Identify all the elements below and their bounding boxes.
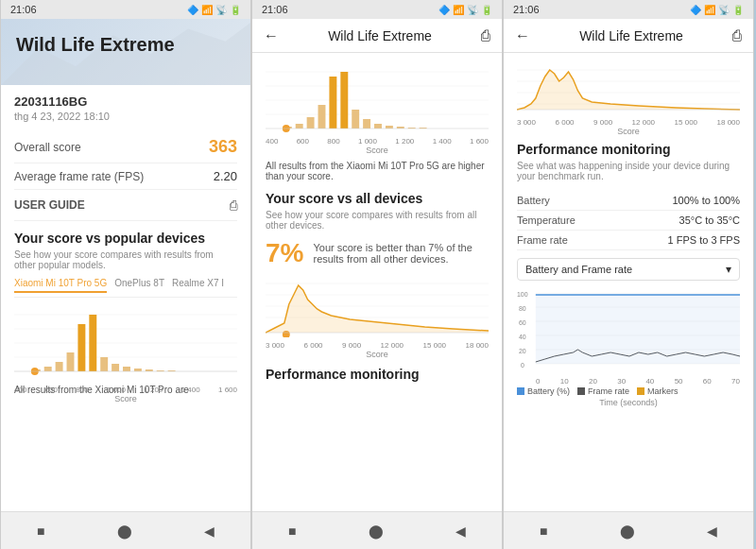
battery-frame-chart: 100 80 60 40 20 0 010203040506070 (517, 288, 740, 383)
framerate-label: Frame rate (517, 234, 568, 246)
svg-rect-12 (112, 364, 119, 371)
tab-xiaomi[interactable]: Xiaomi Mi 10T Pro 5G (14, 278, 107, 293)
panel2-bottom-chart: 3 0006 0009 00012 00015 00018 000 Score (266, 276, 489, 359)
section-subtitle-1: See how your score compares with results… (14, 249, 237, 270)
svg-text:20: 20 (519, 348, 526, 354)
svg-rect-10 (89, 315, 96, 371)
nav-square-2[interactable]: ■ (288, 523, 296, 539)
panel3-main-content: 3 0006 0009 00012 00015 00018 000 Score … (504, 53, 753, 511)
svg-rect-11 (100, 357, 108, 371)
back-button-3[interactable]: ← (515, 27, 530, 44)
perf-monitor-label: Performance monitoring (266, 367, 489, 382)
signal-icon: 📡 (215, 5, 227, 15)
bottom-nav-2: ■ ⬤ ◀ (252, 511, 502, 549)
percent-row: 7% Your score is better than 7% of the r… (266, 238, 489, 268)
svg-rect-27 (318, 105, 326, 129)
bat-icon-3: 🔋 (732, 5, 744, 15)
bottom-nav-3: ■ ⬤ ◀ (504, 511, 753, 549)
dropdown-label: Battery and Frame rate (525, 264, 632, 275)
overall-score-value: 363 (209, 137, 237, 157)
tabs-row-1: Xiaomi Mi 10T Pro 5G OnePlus 8T Realme X… (14, 278, 237, 298)
nav-circle-3[interactable]: ⬤ (620, 523, 635, 539)
nav-square-3[interactable]: ■ (540, 523, 547, 539)
dropdown-row[interactable]: Battery and Frame rate ▾ (517, 258, 740, 281)
svg-rect-15 (146, 369, 153, 371)
fps-row: Average frame rate (FPS) 2.20 (14, 163, 237, 190)
time-3: 21:06 (513, 4, 540, 15)
temperature-row: Temperature 35°C to 35°C (517, 211, 740, 231)
framerate-value: 1 FPS to 3 FPS (668, 234, 740, 246)
tab-realme[interactable]: Realme X7 I (172, 278, 224, 293)
status-bar-3: 21:06 🔷 📶 📡 🔋 (504, 0, 753, 19)
battery-value: 100% to 100% (672, 195, 740, 206)
svg-rect-34 (397, 127, 404, 129)
temperature-label: Temperature (517, 214, 576, 226)
status-icons-3: 🔷 📶 📡 🔋 (690, 5, 744, 15)
svg-text:40: 40 (519, 334, 526, 340)
chart-legend: Battery (%) Frame rate Markers (517, 386, 740, 396)
svg-text:60: 60 (519, 319, 526, 326)
svg-rect-13 (123, 367, 130, 371)
svg-rect-7 (56, 362, 63, 371)
perf-subtitle: See what was happening inside your devic… (517, 161, 740, 181)
share-button-3[interactable]: ⎙ (732, 27, 742, 44)
nav-triangle-1[interactable]: ◀ (204, 523, 215, 539)
temperature-value: 35°C to 35°C (679, 214, 740, 226)
status-bar-2: 21:06 🔷 📶 📡 🔋 (252, 0, 502, 19)
score-vs-subtitle: See how your score compares with results… (266, 210, 489, 231)
bat-icon-2: 🔋 (481, 5, 492, 15)
back-button-2[interactable]: ← (264, 27, 279, 44)
svg-marker-43 (266, 285, 489, 333)
status-icons-1: 🔷 📶 📡 🔋 (187, 5, 241, 15)
sig-icon-2: 📡 (467, 5, 478, 15)
top-bar-3: ← Wild Life Extreme ⎙ (504, 19, 753, 53)
svg-rect-14 (134, 369, 142, 371)
panel1-main-content: 22031116BG thg 4 23, 2022 18:10 Overall … (1, 85, 250, 511)
sig-icon-3: 📡 (718, 5, 730, 15)
svg-rect-25 (296, 124, 303, 129)
battery-icon: 🔋 (230, 5, 241, 15)
bt-icon-2: 🔷 (438, 5, 450, 15)
framerate-row: Frame rate 1 FPS to 3 FPS (517, 231, 740, 250)
legend-frame: Frame rate (577, 386, 629, 396)
svg-text:0: 0 (521, 362, 524, 369)
svg-rect-8 (67, 352, 75, 371)
svg-text:80: 80 (519, 305, 526, 312)
bluetooth-icon: 🔷 (187, 5, 198, 15)
nav-triangle-2[interactable]: ◀ (455, 523, 466, 539)
svg-rect-30 (352, 110, 359, 129)
overall-score-label: Overall score (14, 141, 81, 154)
top-bar-2: ← Wild Life Extreme ⎙ (252, 19, 502, 53)
nav-square-1[interactable]: ■ (37, 523, 44, 539)
bottom-nav-1: ■ ⬤ ◀ (1, 511, 250, 549)
x-axis-label: Time (seconds) (517, 398, 740, 407)
status-icons-2: 🔷 📶 📡 🔋 (438, 5, 492, 15)
share-button-2[interactable]: ⎙ (481, 27, 490, 44)
share-icon-guide[interactable]: ⎙ (230, 197, 237, 213)
nav-circle-2[interactable]: ⬤ (369, 523, 384, 539)
percent-label: 7% (266, 238, 303, 268)
tab-oneplus[interactable]: OnePlus 8T (114, 278, 164, 293)
record-date: thg 4 23, 2022 18:10 (14, 111, 237, 122)
title-3: Wild Life Extreme (579, 28, 683, 43)
svg-rect-32 (374, 124, 382, 129)
svg-rect-6 (44, 367, 52, 371)
user-guide-label: USER GUIDE (14, 198, 85, 212)
nav-circle-1[interactable]: ⬤ (117, 523, 132, 539)
panel2-top-chart: 4006008001 0001 2001 4001 600 Score (266, 62, 489, 155)
perf-title: Performance monitoring (517, 142, 740, 157)
battery-label: Battery (517, 195, 550, 206)
wifi-icon-2: 📶 (453, 5, 464, 15)
fps-value: 2.20 (214, 169, 237, 183)
nav-triangle-3[interactable]: ◀ (707, 523, 717, 539)
score-vs-title: Your score vs all devices (266, 191, 489, 206)
bt-icon-3: 🔷 (690, 5, 701, 15)
percent-desc: Your score is better than 7% of the resu… (313, 242, 489, 265)
panel1-chart: 4006008001 0001 2001 4001 600 Score (14, 305, 237, 381)
svg-rect-28 (329, 77, 336, 129)
legend-battery: Battery (%) (517, 386, 570, 396)
svg-rect-26 (307, 117, 315, 129)
svg-rect-31 (363, 119, 370, 129)
phone-panel-1: 21:06 🔷 📶 📡 🔋 Wild Life Extreme 22031116… (0, 0, 251, 549)
user-guide-row[interactable]: USER GUIDE ⎙ (14, 190, 237, 221)
